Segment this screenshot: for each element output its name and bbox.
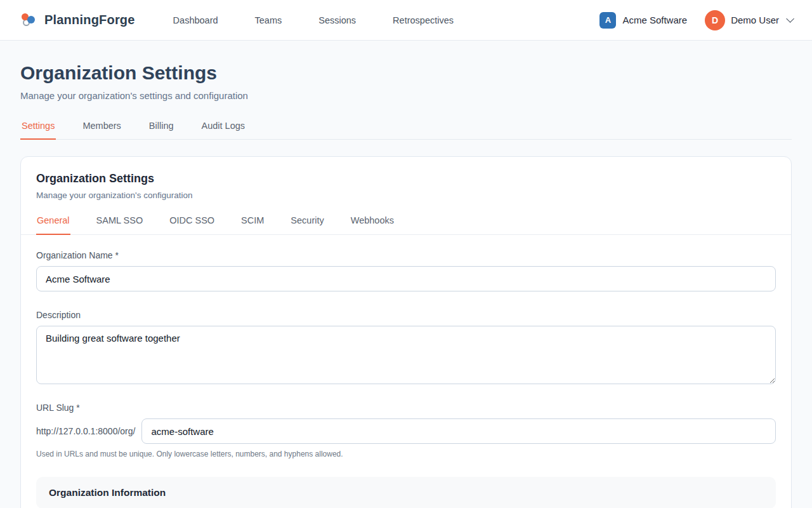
url-slug-input[interactable] [141, 418, 776, 444]
user-menu[interactable]: D Demo User [705, 10, 792, 30]
settings-card: Organization Settings Manage your organi… [20, 156, 792, 508]
tab-oidc-sso[interactable]: OIDC SSO [169, 215, 215, 235]
url-slug-help: Used in URLs and must be unique. Only lo… [36, 450, 776, 458]
org-name-label: Organization Name * [36, 250, 776, 260]
settings-card-header: Organization Settings Manage your organi… [21, 157, 791, 235]
tab-scim[interactable]: SCIM [240, 215, 265, 235]
main-content: Organization Settings Manage your organi… [20, 41, 792, 508]
description-textarea[interactable]: Building great software together [36, 326, 776, 384]
nav-link-teams[interactable]: Teams [255, 15, 282, 25]
tab-general[interactable]: General [36, 215, 70, 235]
top-navbar: PlanningForge Dashboard Teams Sessions R… [0, 0, 812, 41]
nav-link-retrospectives[interactable]: Retrospectives [393, 15, 454, 25]
tab-billing[interactable]: Billing [148, 121, 175, 140]
general-settings-form: Organization Name * Description Building… [21, 235, 791, 508]
url-slug-prefix: http://127.0.0.1:8000/org/ [36, 426, 135, 436]
org-name-field-group: Organization Name * [36, 250, 776, 291]
nav-link-sessions[interactable]: Sessions [318, 15, 356, 25]
user-avatar: D [705, 10, 725, 30]
card-subtitle: Manage your organization's configuration [36, 190, 776, 200]
org-name: Acme Software [622, 15, 687, 25]
chevron-down-icon [786, 15, 794, 23]
org-information-section: Organization Information [36, 477, 776, 508]
org-badge: A [599, 12, 616, 29]
url-slug-field-group: URL Slug * http://127.0.0.1:8000/org/ Us… [36, 403, 776, 458]
planningforge-logo-icon [20, 12, 37, 29]
navbar-right: A Acme Software D Demo User [599, 10, 792, 30]
settings-section-tabs: General SAML SSO OIDC SSO SCIM Security … [36, 215, 776, 234]
tab-webhooks[interactable]: Webhooks [350, 215, 395, 235]
org-information-heading: Organization Information [49, 487, 763, 498]
org-switcher[interactable]: A Acme Software [599, 12, 687, 29]
org-name-input[interactable] [36, 266, 776, 291]
nav-link-dashboard[interactable]: Dashboard [173, 15, 218, 25]
page-subtitle: Manage your organization's settings and … [20, 90, 792, 101]
description-label: Description [36, 310, 776, 320]
user-name: Demo User [731, 15, 779, 25]
primary-nav: Dashboard Teams Sessions Retrospectives [173, 15, 454, 25]
tab-settings[interactable]: Settings [20, 121, 56, 140]
description-field-group: Description Building great software toge… [36, 310, 776, 384]
tab-members[interactable]: Members [81, 121, 122, 140]
tab-saml-sso[interactable]: SAML SSO [96, 215, 144, 235]
url-slug-label: URL Slug * [36, 403, 776, 413]
page-tabs: Settings Members Billing Audit Logs [20, 121, 792, 140]
tab-security[interactable]: Security [290, 215, 324, 235]
page-title: Organization Settings [20, 62, 792, 84]
brand[interactable]: PlanningForge [20, 12, 135, 29]
brand-name: PlanningForge [44, 13, 135, 27]
card-title: Organization Settings [36, 172, 776, 185]
url-slug-row: http://127.0.0.1:8000/org/ [36, 418, 776, 444]
tab-audit-logs[interactable]: Audit Logs [200, 121, 247, 140]
